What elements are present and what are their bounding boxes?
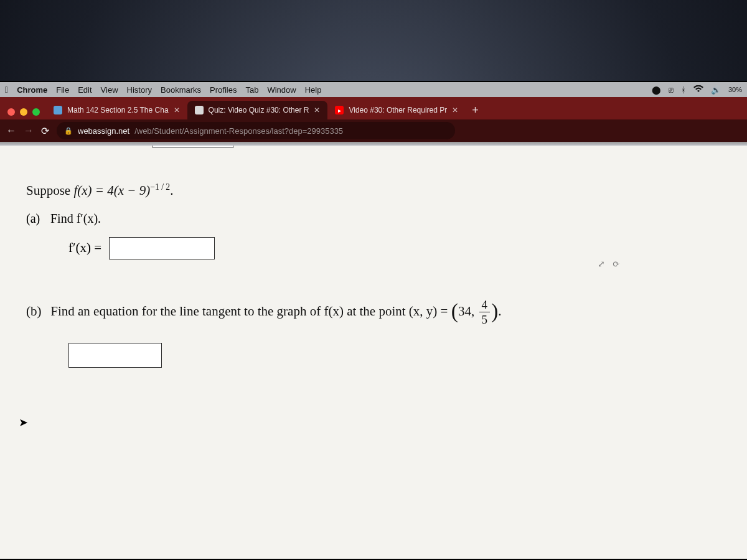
site-lock-icon[interactable]: 🔒: [64, 127, 73, 135]
frac-numerator: 4: [479, 299, 491, 312]
question-toolbar-icons[interactable]: ⤢ ⟳: [598, 259, 622, 269]
stem-prefix: Suppose: [26, 183, 73, 198]
screen-mirror-icon[interactable]: ⎚: [669, 85, 674, 95]
tab-close-icon[interactable]: ✕: [452, 106, 458, 114]
part-a-label: (a): [26, 212, 47, 226]
tab-title: Video #30: Other Required Pr: [349, 106, 447, 114]
part-b-label: (b): [26, 304, 47, 319]
part-b-fx: f(x): [324, 304, 343, 319]
menu-edit[interactable]: Edit: [78, 85, 92, 95]
tab-close-icon[interactable]: ✕: [174, 106, 180, 114]
wifi-icon[interactable]: [693, 85, 703, 95]
window-minimize-button[interactable]: [20, 108, 27, 116]
right-paren-icon: ): [491, 299, 498, 322]
part-b-row: (b) Find an equation for the line tangen…: [26, 297, 721, 326]
volume-icon[interactable]: 🔊: [711, 85, 721, 95]
part-a-text: Find f′(x).: [50, 212, 101, 225]
left-paren-icon: (: [451, 299, 458, 322]
frac-denominator: 5: [479, 312, 491, 325]
tab-favicon-icon: [195, 106, 204, 114]
chrome-toolbar: ← → ⟳ 🔒 webassign.net/web/Student/Assign…: [0, 119, 747, 142]
menu-file[interactable]: File: [56, 85, 69, 95]
menu-bookmarks[interactable]: Bookmarks: [161, 85, 201, 95]
part-a: (a) Find f′(x).: [26, 212, 721, 226]
point-x: 34: [458, 304, 471, 319]
part-b: (b) Find an equation for the line tangen…: [26, 297, 721, 371]
apple-menu-icon[interactable]: : [5, 85, 8, 95]
prev-answer-box-partial[interactable]: [153, 146, 233, 148]
part-b-suffix: .: [498, 304, 501, 319]
tab-close-icon[interactable]: ✕: [314, 106, 320, 114]
part-a-answer-input[interactable]: [109, 237, 215, 259]
menu-view[interactable]: View: [101, 85, 118, 95]
menu-tab[interactable]: Tab: [245, 85, 258, 95]
page-viewport: Suppose f(x) = 4(x − 9)−1 / 2. (a) Find …: [0, 142, 747, 559]
tab-title: Math 142 Section 2.5 The Cha: [67, 106, 169, 114]
question-stem: Suppose f(x) = 4(x − 9)−1 / 2.: [26, 179, 721, 203]
menu-help[interactable]: Help: [305, 85, 322, 95]
status-dot-icon[interactable]: ⬤: [652, 85, 661, 95]
url-path: /web/Student/Assignment-Responses/last?d…: [134, 126, 343, 136]
new-tab-button[interactable]: +: [466, 104, 485, 119]
address-bar[interactable]: 🔒 webassign.net/web/Student/Assignment-R…: [57, 122, 455, 139]
part-a-answer-row: f′(x) =: [68, 237, 721, 259]
function-def: f(x) = 4(x − 9): [73, 183, 150, 198]
desktop:  Chrome File Edit View History Bookmark…: [0, 81, 747, 560]
macos-menubar:  Chrome File Edit View History Bookmark…: [0, 82, 747, 97]
part-b-answer-input[interactable]: [68, 343, 162, 368]
stem-suffix: .: [170, 183, 173, 198]
window-traffic-lights: [4, 108, 46, 119]
tab-video[interactable]: ▸ Video #30: Other Required Pr ✕: [327, 101, 466, 119]
tab-math142[interactable]: Math 142 Section 2.5 The Cha ✕: [46, 101, 187, 119]
part-a-lhs: f′(x) =: [68, 240, 101, 256]
tab-title: Quiz: Video Quiz #30: Other R: [209, 106, 309, 114]
tab-quiz[interactable]: Quiz: Video Quiz #30: Other R ✕: [187, 101, 328, 119]
forward-button[interactable]: →: [24, 125, 34, 136]
part-b-text-3: =: [437, 304, 451, 319]
window-close-button[interactable]: [7, 108, 15, 116]
battery-percent[interactable]: 30%: [728, 86, 742, 93]
exponent: −1 / 2: [150, 182, 170, 192]
point-y-fraction: 45: [479, 299, 491, 325]
part-b-answer-row: [68, 343, 721, 370]
mouse-cursor-icon: ➤: [19, 416, 28, 429]
part-b-xy: (x, y): [409, 304, 438, 319]
chrome-tabstrip: Math 142 Section 2.5 The Cha ✕ Quiz: Vid…: [0, 97, 747, 119]
menu-profiles[interactable]: Profiles: [210, 85, 237, 95]
menubar-status: ⬤ ⎚ ᚼ 🔊 30%: [652, 85, 742, 95]
url-host: webassign.net: [78, 126, 129, 136]
reload-button[interactable]: ⟳: [41, 125, 49, 137]
bluetooth-icon[interactable]: ᚼ: [681, 85, 686, 95]
menu-window[interactable]: Window: [267, 85, 296, 95]
tab-favicon-icon: ▸: [335, 106, 344, 114]
window-zoom-button[interactable]: [32, 108, 40, 116]
back-button[interactable]: ←: [6, 125, 16, 136]
tab-favicon-icon: [54, 106, 62, 114]
part-b-text-1: Find an equation for the line tangent to…: [50, 304, 324, 319]
active-app-name[interactable]: Chrome: [17, 85, 47, 95]
assignment-card: Suppose f(x) = 4(x − 9)−1 / 2. (a) Find …: [0, 146, 747, 559]
chrome-window: Math 142 Section 2.5 The Cha ✕ Quiz: Vid…: [0, 97, 747, 559]
part-b-text-2: at the point: [344, 304, 409, 319]
menu-history[interactable]: History: [127, 85, 152, 95]
